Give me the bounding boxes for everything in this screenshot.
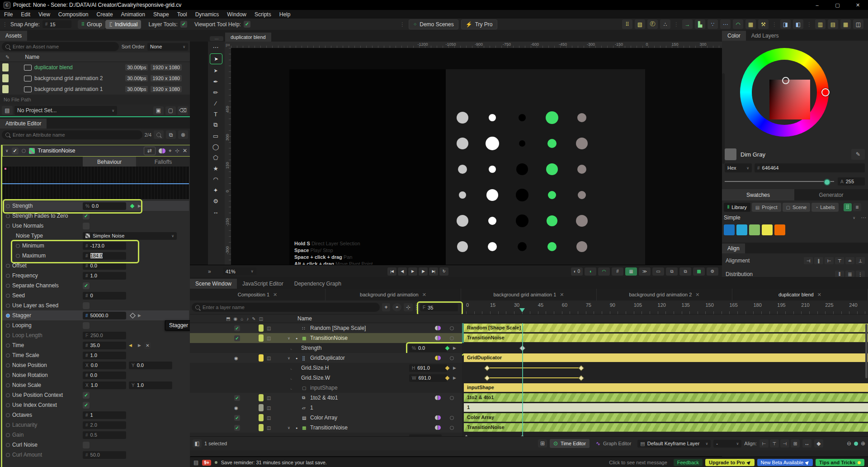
align-keys-left-icon[interactable]: ⊢ — [760, 439, 769, 448]
layer-row[interactable]: ✓◫∨●▩TransitionNoise — [190, 423, 462, 433]
viewport-help-checkbox[interactable]: ✓ — [244, 21, 250, 28]
layer-color-swatch[interactable] — [259, 404, 264, 411]
attribute-value-field[interactable]: X1.0 — [83, 381, 126, 389]
composition-tab[interactable]: background grid animation 2✕ — [597, 289, 732, 300]
attribute-socket[interactable] — [6, 314, 10, 318]
align-right-icon[interactable]: ⊢ — [825, 257, 834, 264]
align-bottom-icon[interactable]: ⊥ — [856, 257, 865, 264]
layer-toggles[interactable] — [435, 326, 441, 330]
attribute-socket[interactable] — [6, 224, 10, 228]
graph-editor-button[interactable]: ∿Graph Editor — [592, 439, 635, 448]
layer-row[interactable]: ⌞Grid.Size.WW691.0▶ — [190, 373, 462, 383]
asset-color-swatch[interactable] — [2, 74, 9, 82]
play-button[interactable]: ▶ — [408, 267, 417, 276]
viewport-tab[interactable]: duplicator blend — [225, 33, 271, 42]
columns-icon[interactable]: ▥ — [815, 19, 826, 29]
magnet-icon[interactable]: ◠ — [598, 267, 610, 276]
eye-icon[interactable]: ◉ — [233, 316, 237, 321]
attribute-row-octaves[interactable]: Octaves#1 — [2, 410, 189, 420]
expand-tools-icon[interactable]: » — [208, 268, 211, 275]
attribute-value-field[interactable]: #2.0 — [83, 421, 126, 429]
attribute-value-field[interactable]: #50.0 — [83, 451, 126, 459]
attribute-value-field[interactable]: X0.0 — [83, 362, 126, 369]
noise-graph[interactable] — [2, 167, 189, 199]
attribute-value-field-y[interactable]: Y1.0 — [129, 381, 172, 389]
attribute-value-field[interactable]: #35.0 — [83, 342, 126, 349]
attribute-checkbox[interactable]: ✓ — [83, 392, 90, 399]
attribute-socket[interactable] — [6, 214, 10, 218]
next-keyframe-icon[interactable]: ▶ — [453, 366, 456, 370]
clear-filter-icon[interactable]: ⊗ — [178, 130, 188, 139]
extrude-icon[interactable]: ▧ — [635, 19, 645, 29]
grid-icon[interactable]: ▦ — [840, 19, 851, 29]
layer-value-field[interactable]: %0.0 — [409, 344, 447, 352]
attribute-value-field[interactable]: #0.0 — [83, 372, 126, 379]
attribute-value-field[interactable]: #-173.0 — [83, 242, 126, 250]
out-toggle[interactable] — [438, 415, 441, 420]
next-keyframe-icon[interactable]: ▶ — [138, 313, 141, 318]
menu-tool[interactable]: Tool — [173, 11, 191, 18]
expand-arrow-icon[interactable]: ∨ — [288, 356, 290, 360]
monitor-icon[interactable]: ▢ — [165, 106, 176, 115]
bounds-icon[interactable]: ▭ — [652, 267, 664, 276]
close-node-icon[interactable]: ✕ — [183, 148, 187, 154]
align-bars-icon[interactable]: ▙ — [695, 19, 705, 29]
layer-toggles[interactable] — [435, 396, 441, 400]
align-middle-icon[interactable]: ≐ — [845, 257, 854, 264]
layer-visible-icon[interactable]: ◉ — [234, 356, 238, 361]
duplicate-icon[interactable]: ⧉ — [679, 267, 691, 276]
layer-enabled-checkbox[interactable]: ✓ — [234, 335, 240, 341]
track-bar[interactable]: Random [Shape Scale] — [464, 324, 868, 332]
layer-color-swatch[interactable] — [259, 414, 264, 421]
snap-keys-icon[interactable]: ↔ — [802, 439, 811, 448]
grid-dots-icon[interactable]: ⠿ — [622, 19, 632, 29]
layer-render-icon[interactable]: ◫ — [267, 336, 271, 341]
attribute-row-noise-rotation[interactable]: Noise Rotation#0.0 — [2, 370, 189, 380]
track-row[interactable]: TransitionNoise — [462, 423, 868, 433]
attribute-row-stagger[interactable]: Stagger#50000.0▶ — [2, 310, 189, 320]
keyframe-tool-icon[interactable]: ◆ — [814, 439, 823, 448]
attribute-socket[interactable] — [6, 423, 10, 427]
list-view-icon[interactable]: ≡ — [853, 203, 861, 211]
swatches-tab[interactable]: Swatches — [722, 189, 794, 200]
layer-color-swatch[interactable] — [259, 394, 264, 401]
solo-dot-icon[interactable]: ● — [296, 426, 297, 429]
table-icon[interactable]: ▦ — [745, 19, 756, 29]
layer-toggles[interactable] — [435, 425, 441, 430]
swatch[interactable] — [762, 224, 773, 235]
attribute-row-offset[interactable]: Offset#0.0 — [2, 261, 189, 271]
menu-view[interactable]: View — [34, 11, 54, 18]
layer-row[interactable]: ◉◫▱1 — [190, 403, 462, 413]
attribute-value-field-y[interactable]: Y0.0 — [129, 362, 172, 369]
attribute-socket[interactable] — [6, 453, 10, 457]
keyframe-layer-select[interactable]: ▤Default Keyframe Layer ∨ — [637, 440, 711, 448]
sv-selector[interactable] — [782, 77, 789, 84]
layer-value-field[interactable] — [409, 434, 442, 436]
layer-toggles[interactable] — [435, 356, 441, 360]
track-row[interactable] — [462, 433, 868, 436]
asset-color-swatch[interactable] — [2, 85, 9, 93]
step-back-button[interactable]: ◀| — [398, 267, 407, 276]
track-bar[interactable]: TransitionNoise — [464, 334, 868, 342]
layer-row[interactable]: ◉◫∨●⣿GridDuplicator — [190, 353, 462, 363]
expand-arrow-icon[interactable]: ∨ — [288, 336, 290, 340]
status-tips-button[interactable]: Tips and Tricks — [816, 459, 864, 466]
menu-animation[interactable]: Animation — [117, 11, 149, 18]
zoom-out-icon[interactable]: ⊖ — [847, 440, 851, 447]
layer-row[interactable] — [190, 433, 462, 436]
in-toggle[interactable] — [435, 425, 438, 430]
align-tab[interactable]: Align — [722, 243, 745, 253]
attribute-search-input[interactable]: Enter an Attribute name — [2, 130, 142, 139]
scatter-icon[interactable]: ∴ — [660, 19, 670, 29]
layer-render-icon[interactable]: ◫ — [267, 396, 271, 400]
camera-icon[interactable]: ◫ — [853, 19, 863, 29]
out-toggle[interactable] — [438, 425, 441, 430]
zoom-level-select[interactable]: 41%∨ — [223, 267, 256, 275]
layer-color-swatch[interactable] — [259, 424, 264, 431]
attribute-row-lacunarity[interactable]: Lacunarity#2.0 — [2, 420, 189, 430]
track-row[interactable] — [462, 373, 868, 383]
next-keyframe-icon[interactable]: ▶ — [453, 376, 456, 380]
zoom-in-icon[interactable]: ⊕ — [861, 440, 865, 447]
asset-row[interactable]: duplicator blend30.00fps1920 x 1080 — [0, 62, 190, 73]
line-icon[interactable]: ∕ — [208, 98, 223, 109]
